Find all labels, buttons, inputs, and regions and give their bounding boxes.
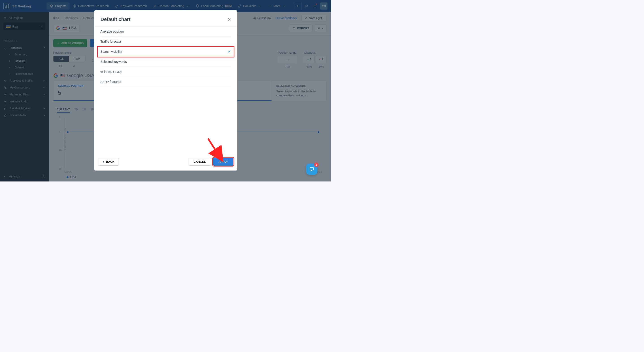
option-traffic-forecast[interactable]: Traffic forecast xyxy=(100,37,231,47)
option-serp-features[interactable]: SERP features xyxy=(100,77,231,87)
option-selected-keywords[interactable]: Selected keywords xyxy=(100,57,231,67)
option-search-visibility[interactable]: Search visibility xyxy=(98,47,234,57)
close-icon[interactable] xyxy=(228,18,231,21)
cancel-button[interactable]: CANCEL xyxy=(188,158,211,166)
option-average-position[interactable]: Average position xyxy=(100,26,231,37)
default-chart-modal: Default chart Average position Traffic f… xyxy=(94,10,237,171)
apply-button[interactable]: APPLY xyxy=(213,158,233,166)
chat-badge: 1 xyxy=(314,162,318,167)
back-button[interactable]: BACK xyxy=(98,158,119,166)
svg-rect-13 xyxy=(310,168,314,170)
option-pct-in-top[interactable]: % in Top (1-30) xyxy=(100,67,231,77)
modal-title: Default chart xyxy=(100,16,130,22)
chevron-left-icon xyxy=(102,161,105,163)
chat-widget[interactable]: 1 xyxy=(306,164,318,175)
check-icon xyxy=(228,50,231,53)
